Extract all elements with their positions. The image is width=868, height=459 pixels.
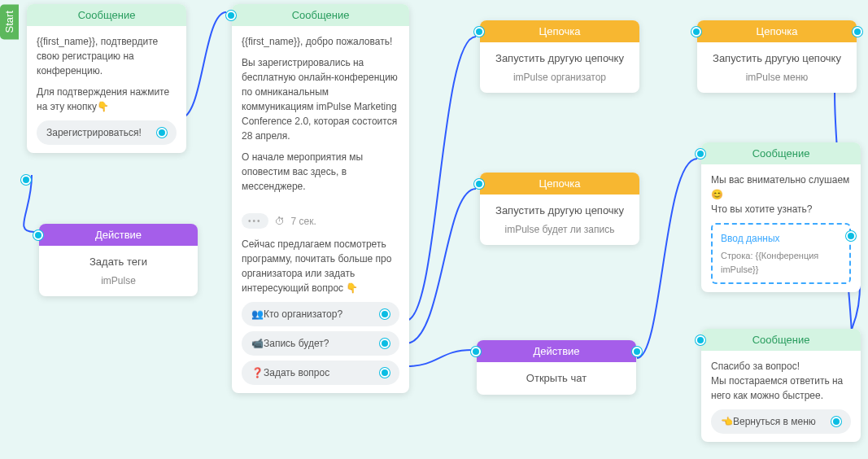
button-label: Запись будет? xyxy=(264,338,329,349)
port-icon xyxy=(831,417,841,426)
chain-title: Запустить другую цепочку xyxy=(490,50,630,67)
port-icon xyxy=(380,368,390,378)
header-label: Цепочка xyxy=(757,25,798,37)
button-label: Вернуться в меню xyxy=(733,416,816,427)
port-in xyxy=(696,149,705,159)
port-icon xyxy=(157,128,167,138)
input-value: Строка: {{Конференция imPulse}} xyxy=(721,249,841,276)
port-icon xyxy=(380,309,390,319)
msg-p3: О начале мероприятия мы оповестим вас зд… xyxy=(242,150,399,194)
chain-title: Запустить другую цепочку xyxy=(490,203,630,219)
header-label: Сообщение xyxy=(78,9,136,21)
node-chain-menu[interactable]: Цепочка Запустить другую цепочку imPulse… xyxy=(697,20,857,93)
chain-sub: imPulse будет ли запись xyxy=(490,222,630,237)
button-label: Задать вопрос xyxy=(264,367,329,378)
node-action-openchat[interactable]: Действие Открыть чат xyxy=(477,340,636,395)
port-in xyxy=(474,179,484,189)
node-message-welcome[interactable]: Сообщение {{first_name}}, подтвердите св… xyxy=(27,4,186,153)
btn-question[interactable]: ❓Задать вопрос xyxy=(242,361,399,385)
node-header: Сообщение xyxy=(232,4,409,26)
port-in xyxy=(696,335,705,345)
port-out xyxy=(846,231,856,241)
timer-icon: ⏱ xyxy=(275,216,285,227)
header-label: Действие xyxy=(95,229,142,241)
node-chain-recording[interactable]: Цепочка Запустить другую цепочку imPulse… xyxy=(480,173,639,245)
port-out xyxy=(632,347,642,356)
camera-icon: 📹 xyxy=(251,338,264,349)
delay-label: 7 сек. xyxy=(291,216,316,227)
node-action-tags[interactable]: Действие Задать теги imPulse xyxy=(39,224,198,296)
header-label: Цепочка xyxy=(539,177,581,190)
chain-sub: imPulse меню xyxy=(707,70,847,85)
node-header: Цепочка xyxy=(697,20,857,42)
action-tag: imPulse xyxy=(49,273,188,288)
msg-p1: {{first_name}}, добро пожаловать! xyxy=(242,34,399,49)
port-out-bottom xyxy=(21,175,31,185)
header-label: Сообщение xyxy=(292,9,350,21)
node-message-thanks[interactable]: Сообщение Спасибо за вопрос! Мы постарае… xyxy=(701,329,861,442)
typing-indicator: ••• ⏱ 7 сек. xyxy=(232,208,409,234)
node-header: Цепочка xyxy=(480,173,639,195)
btn-organizer[interactable]: 👥Кто организатор? xyxy=(242,302,399,326)
node-header: Цепочка xyxy=(480,20,639,42)
msg-p4: Сейчас предлагаем посмотреть программу, … xyxy=(242,237,399,295)
port-out xyxy=(853,27,862,37)
node-header: Сообщение xyxy=(27,4,186,26)
port-in xyxy=(226,11,236,20)
port-in xyxy=(474,27,484,37)
chain-title: Запустить другую цепочку xyxy=(707,50,847,67)
btn-recording[interactable]: 📹Запись будет? xyxy=(242,331,399,356)
message-text-1: {{first_name}}, подтвердите свою регистр… xyxy=(37,34,177,78)
node-message-input[interactable]: Сообщение Мы вас внимательно слушаем 😊 Ч… xyxy=(701,142,861,292)
data-input-block[interactable]: Ввод данных Строка: {{Конференция imPuls… xyxy=(711,223,851,284)
message-text: Мы вас внимательно слушаем 😊 Что вы хоти… xyxy=(711,173,851,216)
port-icon xyxy=(380,339,390,348)
node-header: Действие xyxy=(39,224,198,246)
question-icon: ❓ xyxy=(251,367,264,378)
chain-sub: imPulse организатор xyxy=(490,70,630,85)
button-label: Кто организатор? xyxy=(264,308,342,320)
node-chain-organizer[interactable]: Цепочка Запустить другую цепочку imPulse… xyxy=(480,20,639,93)
people-icon: 👥 xyxy=(251,308,264,320)
button-label: Зарегистрироваться! xyxy=(46,125,142,140)
node-header: Действие xyxy=(477,340,636,362)
register-button[interactable]: Зарегистрироваться! xyxy=(37,120,177,145)
message-text-2: Для подтверждения нажмите на эту кнопку👇 xyxy=(37,85,177,114)
node-header: Сообщение xyxy=(701,142,861,164)
start-tag: Start xyxy=(0,4,19,39)
port-in xyxy=(471,347,481,356)
message-text: Спасибо за вопрос! Мы постараемся ответи… xyxy=(711,359,851,403)
action-title: Задать теги xyxy=(49,254,188,270)
header-label: Сообщение xyxy=(752,334,810,346)
port-in xyxy=(691,27,701,37)
action-title: Открыть чат xyxy=(486,370,626,387)
header-label: Сообщение xyxy=(752,147,810,160)
input-label: Ввод данных xyxy=(721,231,841,246)
port-in xyxy=(33,230,43,240)
msg-p2: Вы зарегистрировались на бесплатную онла… xyxy=(242,55,399,143)
btn-back-menu[interactable]: 👈Вернуться в меню xyxy=(711,409,851,434)
back-icon: 👈 xyxy=(721,416,733,427)
header-label: Цепочка xyxy=(539,25,581,37)
dots-icon: ••• xyxy=(242,213,268,229)
node-message-confirm[interactable]: Сообщение {{first_name}}, добро пожалова… xyxy=(232,4,409,393)
node-header: Сообщение xyxy=(701,329,861,351)
header-label: Действие xyxy=(533,345,579,357)
